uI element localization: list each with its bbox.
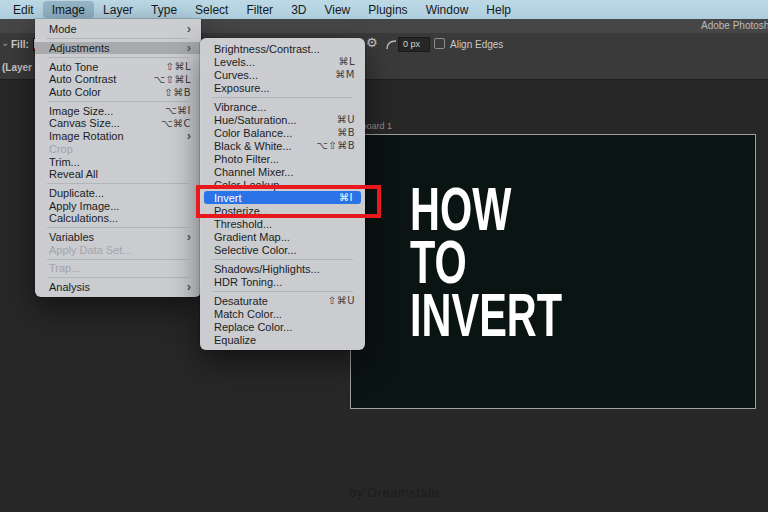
menu-item-reveal-all[interactable]: Reveal All xyxy=(35,168,201,181)
menubar-item-select[interactable]: Select xyxy=(186,1,237,18)
menu-item-adjustments[interactable]: Adjustments › xyxy=(35,42,201,55)
menu-item-label: Match Color... xyxy=(214,308,282,320)
menu-item-label: Reveal All xyxy=(49,168,98,180)
menu-item-image-rotation[interactable]: Image Rotation › xyxy=(35,130,201,143)
menu-item-shortcut: ⌥⇧⌘L xyxy=(154,74,191,85)
menu-item-label: Channel Mixer... xyxy=(214,166,293,178)
menu-item-shortcut: ⌥⇧⌘B xyxy=(316,140,355,151)
menu-item-invert[interactable]: Invert ⌘I xyxy=(204,191,361,204)
menu-item-hue-saturation[interactable]: Hue/Saturation... ⌘U xyxy=(200,113,365,126)
menu-separator xyxy=(47,277,189,278)
menubar-item-image[interactable]: Image xyxy=(43,1,94,18)
menu-item-color-balance[interactable]: Color Balance... ⌘B xyxy=(200,126,365,139)
menu-item-variables[interactable]: Variables › xyxy=(35,231,201,244)
menu-item-vibrance[interactable]: Vibrance... xyxy=(200,100,365,113)
menu-item-trim[interactable]: Trim... xyxy=(35,155,201,168)
menu-item-shortcut: ⌥⌘I xyxy=(165,105,191,116)
menu-separator xyxy=(47,183,189,184)
menu-item-label: Auto Tone xyxy=(49,61,98,73)
menu-item-label: Photo Filter... xyxy=(214,153,279,165)
menu-item-label: Brightness/Contrast... xyxy=(214,43,320,55)
menu-item-shortcut: ⌘U xyxy=(337,114,355,125)
menu-item-hdr-toning[interactable]: HDR Toning... xyxy=(200,275,365,288)
menu-item-threshold[interactable]: Threshold... xyxy=(200,217,365,230)
menu-item-shortcut: ⌘L xyxy=(338,56,355,67)
menu-item-auto-contrast[interactable]: Auto Contrast ⌥⇧⌘L xyxy=(35,73,201,86)
menubar-item-edit[interactable]: Edit xyxy=(4,1,43,18)
menu-separator xyxy=(212,291,353,292)
menu-item-posterize[interactable]: Posterize... xyxy=(200,204,365,217)
dropdown-caret-icon[interactable]: ⌄ xyxy=(1,37,9,48)
menu-item-label: Crop xyxy=(49,143,73,155)
menu-item-shadows-highlights[interactable]: Shadows/Highlights... xyxy=(200,262,365,275)
menu-item-gradient-map[interactable]: Gradient Map... xyxy=(200,230,365,243)
menu-item-replace-color[interactable]: Replace Color... xyxy=(200,320,365,333)
align-edges-label: Align Edges xyxy=(450,39,503,50)
menu-item-calculations[interactable]: Calculations... xyxy=(35,212,201,225)
menu-item-label: Vibrance... xyxy=(214,101,266,113)
corner-radius-icon xyxy=(386,39,397,50)
menubar-item-3d[interactable]: 3D xyxy=(282,1,315,18)
menu-item-label: Apply Image... xyxy=(49,200,119,212)
menu-item-label: Hue/Saturation... xyxy=(214,114,297,126)
menu-item-photo-filter[interactable]: Photo Filter... xyxy=(200,152,365,165)
menu-separator xyxy=(47,38,189,39)
menu-item-color-lookup[interactable]: Color Lookup... xyxy=(200,178,365,191)
align-edges-checkbox[interactable] xyxy=(434,38,445,49)
menu-item-label: Auto Color xyxy=(49,86,101,98)
menu-item-equalize[interactable]: Equalize xyxy=(200,333,365,346)
menu-item-apply-image[interactable]: Apply Image... xyxy=(35,199,201,212)
menu-separator xyxy=(47,101,189,102)
menu-item-label: Invert xyxy=(214,192,242,204)
menubar-item-plugins[interactable]: Plugins xyxy=(359,1,416,18)
menu-item-label: Selective Color... xyxy=(214,244,297,256)
menu-item-canvas-size[interactable]: Canvas Size... ⌥⌘C xyxy=(35,117,201,130)
menu-item-label: Calculations... xyxy=(49,212,118,224)
gear-icon[interactable]: ⚙ xyxy=(366,35,378,50)
menu-item-exposure[interactable]: Exposure... xyxy=(200,81,365,94)
menu-item-label: Canvas Size... xyxy=(49,117,120,129)
menu-item-desaturate[interactable]: Desaturate ⇧⌘U xyxy=(200,294,365,307)
menu-item-match-color[interactable]: Match Color... xyxy=(200,307,365,320)
menu-item-brightness-contrast[interactable]: Brightness/Contrast... xyxy=(200,42,365,55)
menu-item-label: Image Size... xyxy=(49,105,113,117)
menu-item-black-white[interactable]: Black & White... ⌥⇧⌘B xyxy=(200,139,365,152)
menu-item-apply-data-set: Apply Data Set... xyxy=(35,243,201,256)
menu-item-label: Color Lookup... xyxy=(214,179,289,191)
menu-item-duplicate[interactable]: Duplicate... xyxy=(35,187,201,200)
adjustments-submenu: Brightness/Contrast... Levels... ⌘L Curv… xyxy=(200,38,365,350)
menubar-item-filter[interactable]: Filter xyxy=(237,1,282,18)
menu-separator xyxy=(212,259,353,260)
menubar-item-view[interactable]: View xyxy=(315,1,359,18)
chevron-right-icon: › xyxy=(187,24,191,34)
artboard-canvas[interactable]: HOW TO INVERT xyxy=(350,134,756,409)
menu-item-selective-color[interactable]: Selective Color... xyxy=(200,243,365,256)
chevron-right-icon: › xyxy=(187,43,191,53)
menubar-item-layer[interactable]: Layer xyxy=(94,1,142,18)
menubar-item-help[interactable]: Help xyxy=(477,1,520,18)
menu-item-shortcut: ⇧⌘B xyxy=(164,87,191,98)
menu-item-auto-tone[interactable]: Auto Tone ⇧⌘L xyxy=(35,60,201,73)
menu-item-curves[interactable]: Curves... ⌘M xyxy=(200,68,365,81)
menu-item-label: Threshold... xyxy=(214,218,272,230)
image-menu: Mode › Adjustments › Auto Tone ⇧⌘L Auto … xyxy=(35,19,201,297)
menu-separator xyxy=(212,97,353,98)
menu-item-levels[interactable]: Levels... ⌘L xyxy=(200,55,365,68)
menubar-item-type[interactable]: Type xyxy=(142,1,186,18)
menu-item-label: Auto Contrast xyxy=(49,73,116,85)
menu-separator xyxy=(47,227,189,228)
radius-input[interactable]: 0 px xyxy=(398,37,430,52)
menu-item-analysis[interactable]: Analysis › xyxy=(35,281,201,294)
menu-item-auto-color[interactable]: Auto Color ⇧⌘B xyxy=(35,86,201,99)
menu-item-mode[interactable]: Mode › xyxy=(35,23,201,36)
menu-item-image-size[interactable]: Image Size... ⌥⌘I xyxy=(35,104,201,117)
menu-item-label: Curves... xyxy=(214,69,258,81)
menu-item-label: Shadows/Highlights... xyxy=(214,263,320,275)
menu-item-channel-mixer[interactable]: Channel Mixer... xyxy=(200,165,365,178)
artboard-headline: HOW TO INVERT xyxy=(410,183,562,342)
menubar-item-window[interactable]: Window xyxy=(417,1,478,18)
fill-label: Fill: xyxy=(11,39,29,50)
menu-item-label: Color Balance... xyxy=(214,127,292,139)
chevron-right-icon: › xyxy=(187,282,191,292)
chevron-right-icon: › xyxy=(187,131,191,141)
